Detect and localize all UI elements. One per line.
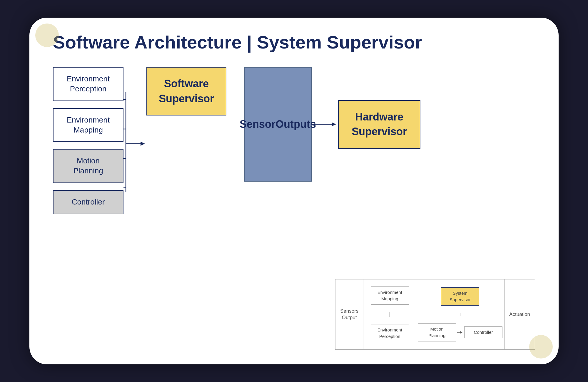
bd-controller-box: Controller bbox=[464, 326, 502, 338]
bd-env-perception-box: Environment Perception bbox=[371, 324, 409, 342]
left-group: EnvironmentPerception EnvironmentMapping… bbox=[53, 67, 146, 218]
bottom-diagram: Sensors Output Environment Mapping Envir… bbox=[335, 279, 535, 350]
bd-actuation: Actuation bbox=[504, 279, 535, 349]
main-diagram: EnvironmentPerception EnvironmentMapping… bbox=[53, 67, 535, 218]
hardware-supervisor-box: Hardware Supervisor bbox=[338, 100, 420, 149]
bd-mp-ctrl-row: Motion Planning Controller bbox=[418, 323, 502, 341]
bd-motion-planning-box: Motion Planning bbox=[418, 323, 456, 341]
bd-right-col: System Supervisor Motion Planning Contro… bbox=[416, 279, 504, 349]
bd-system-supervisor-box: System Supervisor bbox=[441, 287, 479, 306]
right-section: Sensor Outputs Hardware Supervisor bbox=[244, 67, 535, 182]
env-perception-box: EnvironmentPerception bbox=[53, 67, 123, 101]
sensor-outputs-box: Sensor Outputs bbox=[244, 67, 312, 182]
motion-planning-box: MotionPlanning bbox=[53, 149, 123, 183]
bd-middle-col: Environment Mapping Environment Percepti… bbox=[363, 279, 416, 349]
controller-box: Controller bbox=[53, 190, 123, 214]
sensor-hw-arrow bbox=[312, 115, 338, 133]
bd-sensors-output: Sensors Output bbox=[335, 279, 363, 349]
software-supervisor-box: Software Supervisor bbox=[146, 67, 226, 115]
bracket-svg bbox=[123, 83, 146, 201]
slide-container: Software Architecture | System Superviso… bbox=[29, 18, 559, 364]
env-mapping-box: EnvironmentMapping bbox=[53, 108, 123, 142]
svg-marker-8 bbox=[332, 122, 336, 126]
svg-marker-6 bbox=[141, 142, 145, 146]
modules-list: EnvironmentPerception EnvironmentMapping… bbox=[53, 67, 123, 218]
bd-vert-connector bbox=[390, 312, 390, 317]
bd-mp-arrow bbox=[457, 329, 463, 335]
bd-env-mapping-box: Environment Mapping bbox=[371, 286, 409, 305]
svg-marker-10 bbox=[460, 331, 462, 334]
slide-title: Software Architecture | System Superviso… bbox=[53, 32, 535, 52]
bd-vert2 bbox=[460, 313, 460, 316]
